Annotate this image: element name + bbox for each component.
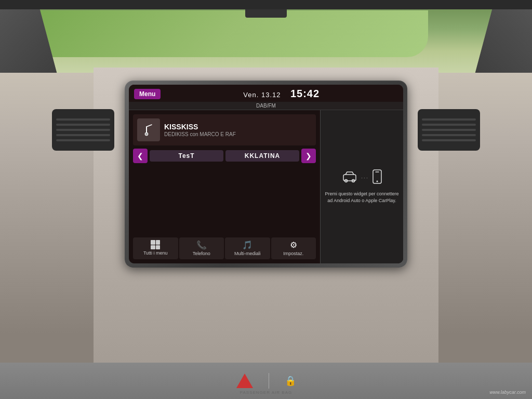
date-text: Ven. 13.12 — [243, 91, 281, 99]
passenger-airbag-label: PASSENGER AIR BAG — [240, 390, 292, 395]
tutti-menu-button[interactable]: Tutti i menu — [133, 237, 178, 259]
bottom-menu: Tutti i menu 📞 Telefono 🎵 Multi-mediali … — [133, 237, 316, 259]
current-channel: TesT — [150, 150, 223, 162]
settings-icon: ⚙ — [290, 240, 297, 250]
vent-slat — [422, 118, 476, 121]
next-channel: KKLATINA — [225, 150, 299, 162]
next-channel-button[interactable]: ❯ — [301, 149, 316, 163]
phone-connect-icon — [372, 169, 382, 187]
impostazioni-label: Impostaz. — [283, 251, 303, 257]
source-bar: DAB/FM — [129, 102, 403, 110]
svg-point-8 — [376, 181, 378, 182]
auto-icons: ··· — [341, 169, 382, 187]
radio-info: KISSKISS DEDIKISS con MARCO E RAF — [133, 114, 316, 145]
music-icon: 🎵 — [242, 240, 252, 250]
car-icon — [341, 170, 358, 185]
right-air-vent — [418, 109, 480, 151]
vent-slat — [56, 134, 110, 136]
phone-icon: 📞 — [196, 240, 207, 250]
android-auto-panel[interactable]: ··· Premi questo widget per connettere a… — [320, 110, 403, 263]
svg-line-1 — [147, 125, 152, 127]
main-content: KISSKISS DEDIKISS con MARCO E RAF ❮ TesT… — [129, 110, 403, 263]
hazard-button[interactable] — [236, 374, 253, 388]
vent-slat — [56, 124, 110, 126]
telefono-button[interactable]: 📞 Telefono — [179, 237, 224, 259]
divider — [269, 373, 269, 389]
tutti-menu-label: Tutti i menu — [143, 250, 168, 256]
vent-slat — [422, 129, 476, 131]
channel-nav: ❮ TesT KKLATINA ❯ — [133, 149, 316, 163]
left-air-vent — [52, 109, 114, 151]
vent-slat — [422, 124, 476, 126]
infotainment-bezel: Menu Ven. 13.12 15:42 DAB/FM — [125, 81, 407, 268]
vent-slat — [422, 139, 476, 141]
top-bar: Menu Ven. 13.12 15:42 — [129, 85, 403, 102]
station-desc: DEDIKISS con MARCO E RAF — [164, 131, 236, 138]
auto-description: Premi questo widget per connettere ad An… — [325, 191, 399, 204]
watermark: www.labycar.com — [489, 390, 526, 395]
windshield — [0, 0, 532, 73]
vent-slat — [56, 129, 110, 131]
prev-channel-button[interactable]: ❮ — [133, 149, 148, 163]
multimediali-button[interactable]: 🎵 Multi-mediali — [225, 237, 270, 259]
radio-text: KISSKISS DEDIKISS con MARCO E RAF — [164, 123, 236, 138]
roof-area — [0, 0, 532, 9]
menu-button[interactable]: Menu — [134, 89, 161, 99]
bottom-controls-area: 🔒 PASSENGER AIR BAG — [0, 363, 532, 399]
grid-icon — [151, 240, 160, 249]
multimediali-label: Multi-mediali — [234, 251, 261, 257]
telefono-label: Telefono — [193, 251, 210, 257]
svg-point-2 — [145, 132, 148, 136]
vent-slat — [56, 139, 110, 141]
station-name: KISSKISS — [164, 123, 236, 131]
impostazioni-button[interactable]: ⚙ Impostaz. — [271, 237, 316, 259]
left-panel: KISSKISS DEDIKISS con MARCO E RAF ❮ TesT… — [129, 110, 320, 263]
infotainment-screen: Menu Ven. 13.12 15:42 DAB/FM — [129, 85, 403, 263]
date-display: Ven. 13.12 15:42 — [165, 88, 398, 100]
station-icon — [137, 118, 160, 141]
vent-slat — [56, 118, 110, 121]
lock-button[interactable]: 🔒 — [285, 375, 296, 387]
vent-slat — [422, 134, 476, 136]
dots-separator: ··· — [361, 175, 368, 181]
time-text: 15:42 — [290, 88, 320, 99]
